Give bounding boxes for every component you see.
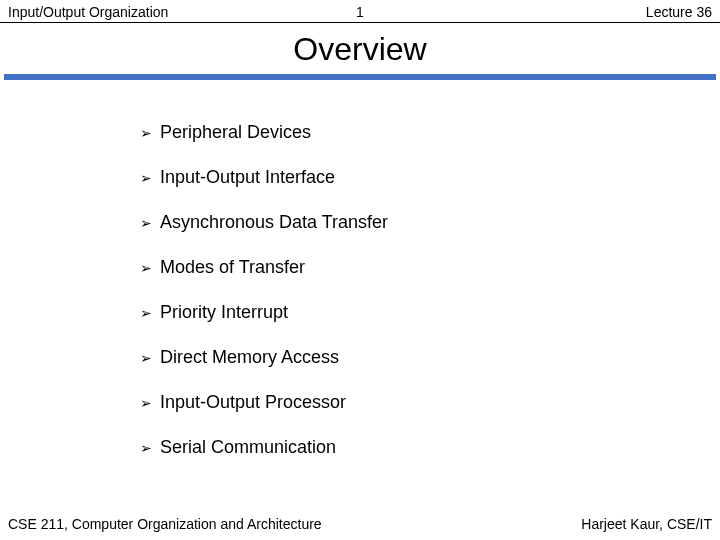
slide-footer: CSE 211, Computer Organization and Archi…	[0, 516, 720, 532]
footer-course: CSE 211, Computer Organization and Archi…	[8, 516, 322, 532]
bullet-icon: ➢	[140, 125, 152, 141]
header-lecture-number: Lecture 36	[477, 4, 712, 20]
bullet-icon: ➢	[140, 260, 152, 276]
content-area: ➢ Peripheral Devices ➢ Input-Output Inte…	[0, 80, 720, 470]
list-item-label: Input-Output Processor	[160, 392, 346, 413]
list-item: ➢ Direct Memory Access	[140, 335, 720, 380]
title-section: Overview	[0, 23, 720, 72]
list-item-label: Peripheral Devices	[160, 122, 311, 143]
bullet-icon: ➢	[140, 350, 152, 366]
header-page-number: 1	[243, 4, 478, 20]
list-item-label: Asynchronous Data Transfer	[160, 212, 388, 233]
list-item: ➢ Input-Output Processor	[140, 380, 720, 425]
list-item-label: Priority Interrupt	[160, 302, 288, 323]
bullet-icon: ➢	[140, 440, 152, 456]
list-item: ➢ Peripheral Devices	[140, 110, 720, 155]
list-item: ➢ Asynchronous Data Transfer	[140, 200, 720, 245]
list-item-label: Serial Communication	[160, 437, 336, 458]
bullet-icon: ➢	[140, 170, 152, 186]
list-item: ➢ Priority Interrupt	[140, 290, 720, 335]
bullet-icon: ➢	[140, 305, 152, 321]
list-item-label: Modes of Transfer	[160, 257, 305, 278]
bullet-icon: ➢	[140, 215, 152, 231]
list-item: ➢ Input-Output Interface	[140, 155, 720, 200]
overview-list: ➢ Peripheral Devices ➢ Input-Output Inte…	[140, 110, 720, 470]
list-item-label: Direct Memory Access	[160, 347, 339, 368]
list-item: ➢ Serial Communication	[140, 425, 720, 470]
list-item: ➢ Modes of Transfer	[140, 245, 720, 290]
page-title: Overview	[0, 31, 720, 68]
header-topic: Input/Output Organization	[8, 4, 243, 20]
bullet-icon: ➢	[140, 395, 152, 411]
list-item-label: Input-Output Interface	[160, 167, 335, 188]
slide-header: Input/Output Organization 1 Lecture 36	[0, 0, 720, 23]
footer-author: Harjeet Kaur, CSE/IT	[581, 516, 712, 532]
